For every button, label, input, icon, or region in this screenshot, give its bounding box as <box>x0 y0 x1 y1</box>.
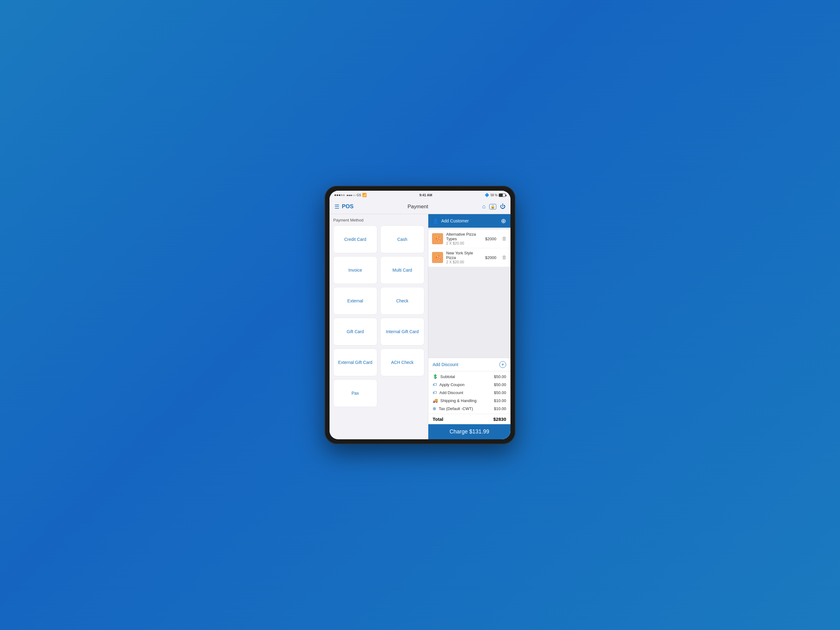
tax-label: Tax (Default -CWT) <box>439 406 473 411</box>
total-amount: $2830 <box>493 417 506 422</box>
subtotal-label: Subtotal <box>440 374 455 379</box>
item-price-1: $2000 <box>485 255 496 260</box>
item-image-0: 🍕 <box>432 233 443 244</box>
invoice-label: Invoice <box>348 268 362 273</box>
ach-check-label: ACH Check <box>391 360 414 365</box>
total-label: Total <box>433 417 444 422</box>
payment-btn-multi-card[interactable]: Multi Card <box>380 256 424 284</box>
battery-fill <box>499 194 503 197</box>
status-left: ●●●○○ GS 📶 <box>335 193 367 197</box>
order-item-0: 🍕 Alternative Pizza Types 2 X $20.00 $20… <box>428 229 510 248</box>
signal-dot-1 <box>335 194 336 196</box>
summary-row-discount-left: 🏷 Add Discount <box>433 390 463 395</box>
order-items-list: 🍕 Alternative Pizza Types 2 X $20.00 $20… <box>428 227 510 358</box>
add-discount-label: Add Discount <box>433 362 458 367</box>
signal-dot-2 <box>336 194 338 196</box>
payment-btn-cash[interactable]: Cash <box>380 226 424 253</box>
carrier-label: ●●●○○ GS <box>346 194 361 197</box>
home-icon[interactable]: ⌂ <box>482 203 486 210</box>
summary-row-subtotal: 💲 Subtotal $50.00 <box>428 373 510 381</box>
external-label: External <box>347 298 363 303</box>
discount-icon: 🏷 <box>433 390 437 395</box>
payment-btn-external[interactable]: External <box>333 287 377 315</box>
bottom-section: Add Discount + 💲 Subtotal $50.00 <box>428 358 510 439</box>
external-gift-card-label: External Gift Card <box>338 360 372 365</box>
add-customer-plus-icon[interactable]: ⊕ <box>501 217 506 224</box>
coupon-icon: 🏷 <box>433 382 437 387</box>
power-icon[interactable]: ⏻ <box>500 203 505 210</box>
lock-icon[interactable]: 🔒 <box>489 204 496 210</box>
cash-label: Cash <box>397 237 407 242</box>
item-price-0: $2000 <box>485 237 496 241</box>
item-name-1: New York Style Pizza <box>446 251 482 260</box>
payment-btn-check[interactable]: Check <box>380 287 424 315</box>
battery-label: 58 % <box>491 194 497 197</box>
add-discount-plus-icon[interactable]: + <box>499 361 506 368</box>
charge-button[interactable]: Charge $131.99 <box>428 424 510 439</box>
status-right: 🔷 58 % <box>485 193 505 197</box>
summary-row-coupon-left: 🏷 Apply Coupon <box>433 382 464 387</box>
payment-btn-invoice[interactable]: Invoice <box>333 256 377 284</box>
tax-icon: ⊗ <box>433 406 436 411</box>
page-title: Payment <box>354 204 482 210</box>
hamburger-icon[interactable]: ☰ <box>335 203 339 210</box>
status-bar: ●●●○○ GS 📶 9:41 AM 🔷 58 % <box>330 191 510 199</box>
multi-card-label: Multi Card <box>393 268 412 273</box>
coupon-label: Apply Coupon <box>439 382 464 387</box>
item-delete-0[interactable]: 🗑 <box>502 236 507 242</box>
right-panel: 👤 Add Customer ⊕ 🍕 Alternative Pizza Typ… <box>428 214 510 439</box>
nav-right: ⌂ 🔒 ⏻ <box>482 203 505 210</box>
gift-card-label: Gift Card <box>346 329 364 334</box>
summary-row-shipping-left: 🚚 Shipping & Handling <box>433 398 477 403</box>
summary-row-tax-left: ⊗ Tax (Default -CWT) <box>433 406 473 411</box>
add-customer-label: Add Customer <box>441 218 469 223</box>
summary-row-tax: ⊗ Tax (Default -CWT) $10.00 <box>428 404 510 412</box>
wifi-icon: 📶 <box>362 193 367 197</box>
battery-icon <box>499 194 505 197</box>
subtotal-amount: $50.00 <box>494 374 506 379</box>
add-customer-bar[interactable]: 👤 Add Customer ⊕ <box>428 214 510 227</box>
nav-bar: ☰ POS Payment ⌂ 🔒 ⏻ <box>330 199 510 214</box>
item-image-1: 🍕 <box>432 252 443 263</box>
status-time: 9:41 AM <box>419 193 432 197</box>
signal-dots <box>335 194 344 196</box>
shipping-label: Shipping & Handling <box>440 398 477 403</box>
payment-btn-external-gift-card[interactable]: External Gift Card <box>333 349 377 376</box>
payment-method-title: Payment Method <box>333 218 424 223</box>
shipping-amount: $10.00 <box>494 398 506 403</box>
internal-gift-card-label: Internal Gift Card <box>386 329 419 334</box>
left-panel: Payment Method Credit Card Cash Invoice … <box>330 214 428 439</box>
add-customer-icon: 👤 <box>433 218 439 224</box>
shipping-icon: 🚚 <box>433 398 438 403</box>
item-details-1: New York Style Pizza 2 X $20.00 <box>446 251 482 264</box>
item-qty-0: 2 X $20.00 <box>446 241 482 245</box>
subtotal-icon: 💲 <box>433 374 438 379</box>
main-content: Payment Method Credit Card Cash Invoice … <box>330 214 510 439</box>
item-delete-1[interactable]: 🗑 <box>502 255 507 260</box>
credit-card-label: Credit Card <box>344 237 366 242</box>
total-row: Total $2830 <box>428 414 510 424</box>
add-discount-row[interactable]: Add Discount + <box>428 358 510 371</box>
summary-row-shipping: 🚚 Shipping & Handling $10.00 <box>428 396 510 404</box>
discount-label: Add Discount <box>439 390 463 395</box>
payment-btn-gift-card[interactable]: Gift Card <box>333 318 377 346</box>
payment-btn-pax[interactable]: Pax <box>333 379 377 407</box>
bluetooth-icon: 🔷 <box>485 193 489 197</box>
payment-btn-internal-gift-card[interactable]: Internal Gift Card <box>380 318 424 346</box>
signal-dot-4 <box>341 194 343 196</box>
tax-amount: $10.00 <box>494 406 506 411</box>
order-item-1: 🍕 New York Style Pizza 2 X $20.00 $2000 … <box>428 248 510 267</box>
summary-row-subtotal-left: 💲 Subtotal <box>433 374 455 379</box>
check-label: Check <box>396 298 409 303</box>
summary-row-discount: 🏷 Add Discount $50.00 <box>428 388 510 396</box>
payment-btn-credit-card[interactable]: Credit Card <box>333 226 377 253</box>
item-name-0: Alternative Pizza Types <box>446 232 482 241</box>
payment-grid: Credit Card Cash Invoice Multi Card Exte… <box>333 226 424 407</box>
discount-amount: $50.00 <box>494 390 506 395</box>
summary-row-coupon: 🏷 Apply Coupon $50.00 <box>428 381 510 388</box>
payment-btn-ach-check[interactable]: ACH Check <box>380 349 424 376</box>
signal-dot-5 <box>343 194 344 196</box>
item-details-0: Alternative Pizza Types 2 X $20.00 <box>446 232 482 245</box>
app-name-label: POS <box>342 203 354 210</box>
pax-label: Pax <box>351 391 359 396</box>
